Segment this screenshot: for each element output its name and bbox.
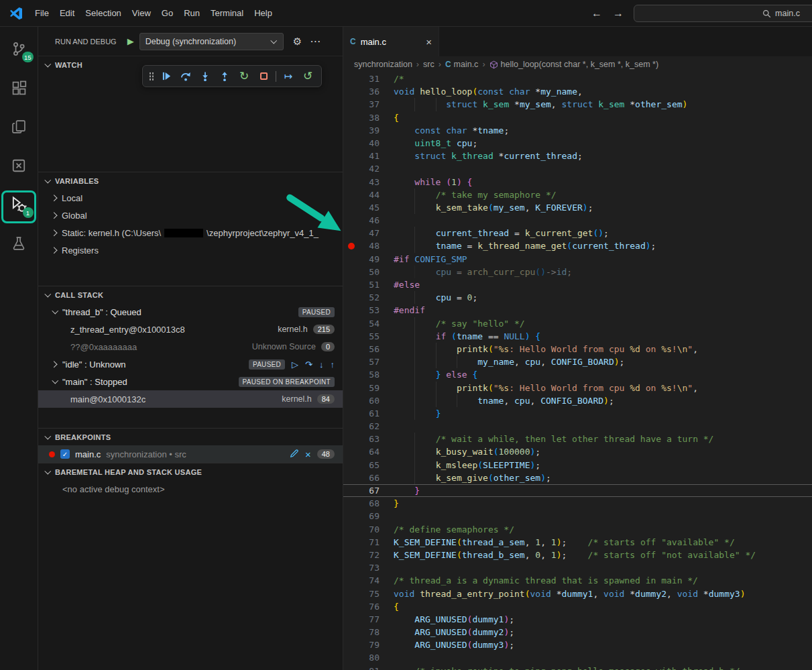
line-number[interactable]: 80 (359, 651, 380, 664)
glyph-margin[interactable] (343, 137, 359, 150)
step-into-button[interactable] (198, 69, 213, 84)
menu-selection[interactable]: Selection (80, 8, 126, 18)
code-text[interactable]: K_SEM_DEFINE(thread_a_sem, 1, 1); /* sta… (394, 536, 735, 549)
line-number[interactable]: 49 (359, 253, 380, 266)
breadcrumb-item[interactable]: src (423, 60, 434, 69)
line-number[interactable]: 77 (359, 613, 380, 626)
menu-run[interactable]: Run (178, 8, 205, 18)
glyph-margin[interactable] (343, 291, 359, 304)
line-number[interactable]: 41 (359, 150, 380, 162)
code-text[interactable]: K_SEM_DEFINE(thread_b_sem, 0, 1); /* sta… (394, 549, 756, 561)
line-number[interactable]: 37 (359, 98, 380, 111)
code-text[interactable]: { (394, 111, 399, 124)
glyph-margin[interactable] (343, 574, 359, 587)
code-text[interactable]: #else (394, 278, 420, 291)
line-number[interactable]: 64 (359, 445, 380, 458)
glyph-margin[interactable] (343, 343, 359, 355)
line-number[interactable]: 31 (359, 72, 380, 85)
code-line-44[interactable]: 44 /* take my semaphore */ (343, 188, 812, 201)
menu-terminal[interactable]: Terminal (205, 8, 249, 18)
code-text[interactable]: tname, cpu, CONFIG_BOARD); (394, 394, 614, 407)
code-text[interactable]: printk("%s: Hello World from cpu %d on %… (394, 343, 698, 355)
step-into-mini-icon[interactable]: ↓ (319, 359, 324, 370)
glyph-margin[interactable] (343, 626, 359, 638)
line-number[interactable]: 62 (359, 420, 380, 433)
glyph-margin[interactable] (343, 72, 359, 85)
variables-item[interactable]: Global (38, 207, 343, 224)
glyph-margin[interactable] (343, 613, 359, 626)
glyph-margin[interactable] (343, 150, 359, 162)
close-icon[interactable]: × (426, 37, 432, 47)
line-number[interactable]: 66 (359, 471, 380, 484)
line-number[interactable]: 44 (359, 188, 380, 201)
more-actions-icon[interactable]: ⋯ (310, 35, 321, 48)
variables-item[interactable]: Static: kernel.h (C:\Users\\zephyrprojec… (38, 224, 343, 241)
code-line-53[interactable]: 53#endif (343, 304, 812, 317)
callstack-thread-row[interactable]: "thread_b" : QueuedPAUSED (38, 303, 343, 321)
glyph-margin[interactable] (343, 111, 359, 124)
step-out-mini-icon[interactable]: ↑ (331, 359, 335, 370)
glyph-margin[interactable] (343, 304, 359, 317)
code-text[interactable]: ARG_UNUSED(dummy3); (394, 638, 514, 651)
code-line-70[interactable]: 70/* define semaphores */ (343, 523, 812, 536)
code-text[interactable]: tname = k_thread_name_get(current_thread… (394, 239, 656, 252)
callstack-thread-row[interactable]: "main" : StoppedPAUSED ON BREAKPOINT (38, 373, 343, 390)
code-line-40[interactable]: 40 uint8_t cpu; (343, 137, 812, 150)
code-text[interactable]: /* invoke routine to ping-pong hello mes… (394, 665, 740, 670)
drag-handle[interactable] (149, 72, 154, 81)
line-number[interactable]: 36 (359, 85, 380, 98)
line-number[interactable]: 75 (359, 588, 380, 600)
code-line-73[interactable]: 73 (343, 561, 812, 574)
code-text[interactable]: cpu = arch_curr_cpu()->id; (394, 266, 572, 278)
line-number[interactable]: 70 (359, 523, 380, 536)
code-text[interactable]: uint8_t cpu; (394, 137, 477, 150)
line-number[interactable]: 40 (359, 137, 380, 150)
glyph-margin[interactable] (343, 162, 359, 175)
glyph-margin[interactable] (343, 266, 359, 278)
menu-view[interactable]: View (127, 8, 156, 18)
glyph-margin[interactable] (343, 85, 359, 98)
code-text[interactable]: void thread_a_entry_point(void *dummy1, … (394, 588, 745, 600)
code-line-68[interactable]: 68} (343, 497, 812, 510)
line-number[interactable]: 39 (359, 124, 380, 137)
code-line-52[interactable]: 52 cpu = 0; (343, 291, 812, 304)
breadcrumb-item[interactable]: hello_loop(const char *, k_sem *, k_sem … (489, 60, 659, 69)
line-number[interactable]: 79 (359, 638, 380, 651)
code-line-37[interactable]: 37 struct k_sem *my_sem, struct k_sem *o… (343, 98, 812, 111)
continue-button[interactable] (159, 69, 174, 84)
code-line-46[interactable]: 46 (343, 214, 812, 227)
glyph-margin[interactable] (343, 176, 359, 188)
menu-go[interactable]: Go (156, 8, 178, 18)
variables-item[interactable]: Local (38, 189, 343, 207)
code-text[interactable]: /* wait a while, then let other thread h… (394, 433, 713, 445)
code-text[interactable]: #if CONFIG_SMP (394, 253, 467, 266)
code-line-43[interactable]: 43 while (1) { (343, 176, 812, 188)
glyph-margin[interactable] (343, 394, 359, 407)
step-out-button[interactable] (217, 69, 232, 84)
line-number[interactable]: 73 (359, 561, 380, 574)
line-number[interactable]: 71 (359, 536, 380, 549)
code-text[interactable]: /* (394, 72, 404, 85)
line-number[interactable]: 58 (359, 368, 380, 381)
code-text[interactable]: /* take my semaphore */ (394, 188, 557, 201)
code-text[interactable]: } else { (394, 368, 477, 381)
test-flask-icon[interactable] (0, 224, 38, 263)
code-line-77[interactable]: 77 ARG_UNUSED(dummy1); (343, 613, 812, 626)
code-line-50[interactable]: 50 cpu = arch_curr_cpu()->id; (343, 266, 812, 278)
code-line-75[interactable]: 75void thread_a_entry_point(void *dummy1… (343, 588, 812, 600)
line-number[interactable]: 65 (359, 459, 380, 471)
extensions-icon[interactable] (0, 68, 38, 107)
callstack-frame-row[interactable]: main@0x1000132ckernel.h84 (38, 390, 343, 408)
breakpoints-section-header[interactable]: BREAKPOINTS (38, 428, 343, 445)
glyph-margin[interactable] (343, 330, 359, 343)
baremetal-section-header[interactable]: BAREMETAL HEAP AND STACK USAGE (38, 463, 343, 480)
line-number[interactable]: 48 (359, 239, 380, 252)
breakpoint-row[interactable]: ✓main.csynchronization • src×48 (38, 445, 343, 463)
callstack-thread-row[interactable]: "idle" : UnknownPAUSED▷↷↓↑ (38, 355, 343, 373)
line-number[interactable]: 59 (359, 382, 380, 394)
line-number[interactable]: 46 (359, 214, 380, 227)
code-line-31[interactable]: 31/* (343, 72, 812, 85)
line-number[interactable]: 50 (359, 266, 380, 278)
line-number[interactable]: 56 (359, 343, 380, 355)
code-line-66[interactable]: 66 k_sem_give(other_sem); (343, 471, 812, 484)
